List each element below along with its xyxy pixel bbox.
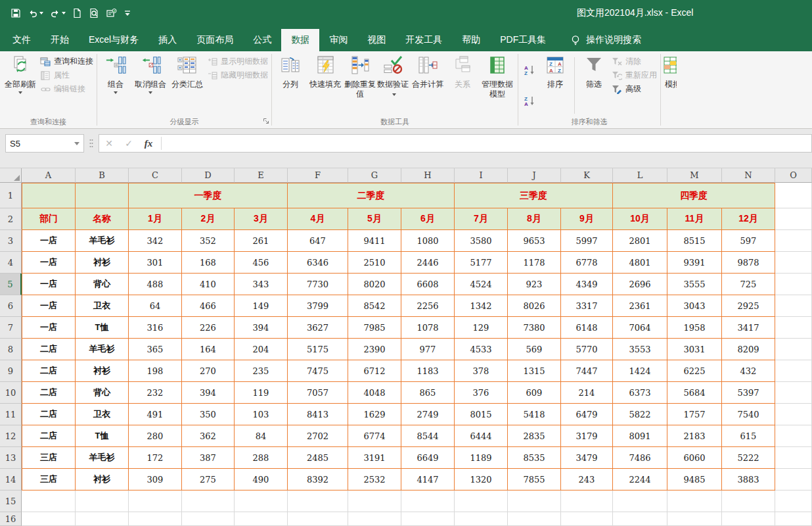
cell-J6[interactable]: 8026 [508, 295, 561, 317]
cell-D10[interactable]: 394 [182, 382, 235, 404]
subtotal-button[interactable]: 分类汇总 [169, 53, 206, 118]
cell-E10[interactable]: 119 [235, 382, 288, 404]
cell-N15[interactable] [722, 490, 775, 512]
cell-C11[interactable]: 491 [129, 404, 182, 425]
column-header-F[interactable]: F [288, 168, 348, 183]
cell-E2[interactable]: 3月 [235, 208, 288, 230]
cell-O13[interactable] [775, 447, 812, 469]
cell-H14[interactable]: 4147 [401, 469, 455, 490]
chevron-down-icon[interactable] [74, 142, 79, 145]
cell-M6[interactable]: 3043 [667, 295, 722, 317]
cell-J14[interactable]: 7855 [508, 469, 561, 490]
save-button[interactable] [11, 8, 21, 18]
cell-M14[interactable]: 9485 [667, 469, 722, 490]
cell-L15[interactable] [613, 490, 667, 512]
cell-J5[interactable]: 923 [508, 274, 561, 295]
column-header-H[interactable]: H [401, 168, 455, 183]
cell-M15[interactable] [667, 490, 722, 512]
cell-B5[interactable]: 背心 [76, 274, 129, 295]
show-detail-button[interactable]: 显示明细数据 [207, 56, 268, 67]
row-header-10[interactable]: 10 [0, 382, 22, 404]
cell-G12[interactable]: 6774 [348, 425, 401, 447]
cell-M16[interactable] [667, 512, 722, 526]
cell-J2[interactable]: 8月 [508, 208, 561, 230]
outline-dialog-launcher[interactable] [263, 117, 269, 126]
cell-A11[interactable]: 二店 [22, 404, 76, 425]
cell-I12[interactable]: 6444 [455, 425, 508, 447]
cell-N3[interactable]: 597 [722, 230, 775, 252]
cell-I3[interactable]: 3580 [455, 230, 508, 252]
cell-I15[interactable] [455, 490, 508, 512]
advanced-filter-button[interactable]: 高级 [612, 84, 657, 95]
cell-O6[interactable] [775, 295, 812, 317]
cell-D14[interactable]: 275 [182, 469, 235, 490]
cell-B14[interactable]: 衬衫 [76, 469, 129, 490]
cell-E12[interactable]: 84 [235, 425, 288, 447]
cell-M10[interactable]: 5684 [667, 382, 722, 404]
cell-L10[interactable]: 6373 [613, 382, 667, 404]
chevron-down-icon[interactable] [39, 12, 43, 14]
whatif-analysis-button[interactable]: 模拟 [663, 53, 677, 118]
cell-C10[interactable]: 232 [129, 382, 182, 404]
row-header-9[interactable]: 9 [0, 360, 22, 382]
cell-A12[interactable]: 二店 [22, 425, 76, 447]
hide-detail-button[interactable]: 隐藏明细数据 [207, 70, 268, 81]
cell-M2[interactable]: 11月 [667, 208, 722, 230]
refresh-all-button[interactable]: 全部刷新 [2, 53, 39, 118]
name-box[interactable]: S5 [5, 134, 84, 153]
formula-input[interactable] [164, 135, 811, 152]
cell-C6[interactable]: 64 [129, 295, 182, 317]
cell-B8[interactable]: 羊毛衫 [76, 339, 129, 360]
cell-A4[interactable]: 一店 [22, 252, 76, 274]
cell-J15[interactable] [508, 490, 561, 512]
cell-A15[interactable] [22, 490, 76, 512]
cell-L6[interactable]: 2361 [613, 295, 667, 317]
merged-cell-quarter-4[interactable]: 四季度 [613, 183, 775, 208]
cell-F14[interactable]: 8392 [288, 469, 348, 490]
cell-K5[interactable]: 4349 [561, 274, 613, 295]
cell-F13[interactable]: 2485 [288, 447, 348, 469]
cell-F12[interactable]: 2702 [288, 425, 348, 447]
cell-O14[interactable] [775, 469, 812, 490]
cell-E4[interactable]: 456 [235, 252, 288, 274]
cell-H9[interactable]: 1183 [401, 360, 455, 382]
cell-I7[interactable]: 129 [455, 317, 508, 339]
cell-F11[interactable]: 8413 [288, 404, 348, 425]
cell-A1[interactable] [22, 183, 76, 208]
tab-帮助[interactable]: 帮助 [452, 29, 490, 51]
cell-L8[interactable]: 3553 [613, 339, 667, 360]
column-header-O[interactable]: O [775, 168, 812, 183]
cell-J16[interactable] [508, 512, 561, 526]
cell-J10[interactable]: 609 [508, 382, 561, 404]
cell-O11[interactable] [775, 404, 812, 425]
select-all-corner[interactable] [0, 168, 22, 183]
cell-A6[interactable]: 一店 [22, 295, 76, 317]
cell-N9[interactable]: 432 [722, 360, 775, 382]
cell-N7[interactable]: 3417 [722, 317, 775, 339]
cell-G3[interactable]: 9411 [348, 230, 401, 252]
cell-A2[interactable]: 部门 [22, 208, 76, 230]
insert-function-button[interactable]: fx [139, 138, 158, 149]
cell-I13[interactable]: 1189 [455, 447, 508, 469]
cell-C15[interactable] [129, 490, 182, 512]
cell-M7[interactable]: 1958 [667, 317, 722, 339]
cell-K13[interactable]: 3479 [561, 447, 613, 469]
column-header-C[interactable]: C [129, 168, 182, 183]
cell-J7[interactable]: 7380 [508, 317, 561, 339]
column-header-L[interactable]: L [613, 168, 667, 183]
cell-I11[interactable]: 8015 [455, 404, 508, 425]
cell-D15[interactable] [182, 490, 235, 512]
cell-E6[interactable]: 149 [235, 295, 288, 317]
tab-审阅[interactable]: 审阅 [319, 29, 357, 51]
cell-E3[interactable]: 261 [235, 230, 288, 252]
cell-K9[interactable]: 7447 [561, 360, 613, 382]
cell-I8[interactable]: 4533 [455, 339, 508, 360]
cell-K11[interactable]: 6479 [561, 404, 613, 425]
cell-C3[interactable]: 342 [129, 230, 182, 252]
cell-G11[interactable]: 1629 [348, 404, 401, 425]
cell-J3[interactable]: 9653 [508, 230, 561, 252]
merged-cell-quarter-2[interactable]: 二季度 [288, 183, 455, 208]
tab-数据[interactable]: 数据 [281, 29, 319, 51]
column-header-I[interactable]: I [455, 168, 508, 183]
cell-L11[interactable]: 5822 [613, 404, 667, 425]
